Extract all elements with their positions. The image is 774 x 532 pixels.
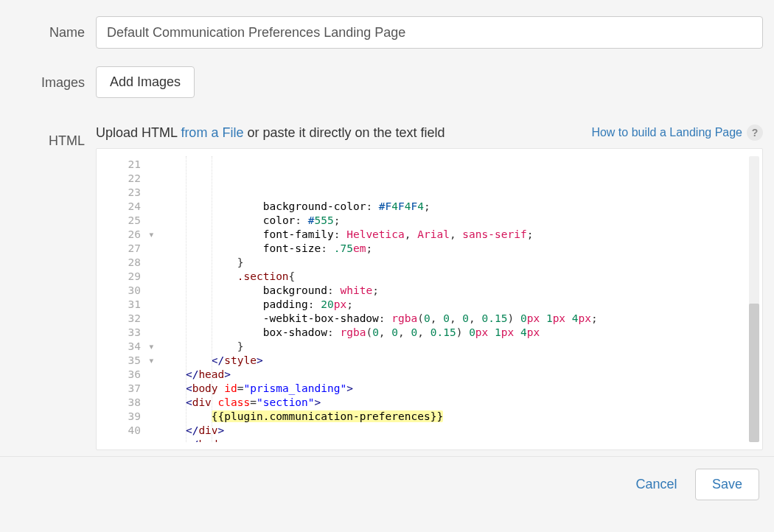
save-button[interactable]: Save xyxy=(695,469,759,500)
upload-suffix: or paste it directly on the text field xyxy=(243,125,444,140)
editor-fold-gutter: ▾▾▾ xyxy=(148,156,160,442)
name-label: Name xyxy=(11,16,96,41)
help-icon[interactable]: ? xyxy=(747,125,763,141)
name-input[interactable] xyxy=(96,16,763,49)
upload-prefix: Upload HTML xyxy=(96,125,181,140)
images-label: Images xyxy=(11,66,96,91)
editor-scrollbar[interactable] xyxy=(749,156,759,442)
help-link-text: How to build a Landing Page xyxy=(591,126,742,139)
editor-code-area[interactable]: background-color: #F4F4F4; color: #555; … xyxy=(160,156,762,442)
add-images-button[interactable]: Add Images xyxy=(96,66,195,98)
editor-gutter: 2122232425262728293031323334353637383940 xyxy=(97,156,148,442)
html-code-editor[interactable]: 2122232425262728293031323334353637383940… xyxy=(96,148,763,450)
cancel-button[interactable]: Cancel xyxy=(625,469,687,500)
editor-scrollbar-thumb[interactable] xyxy=(749,304,759,442)
footer: Cancel Save xyxy=(0,456,774,512)
html-label: HTML xyxy=(11,125,96,149)
upload-from-file-link[interactable]: from a File xyxy=(181,125,243,140)
upload-html-text: Upload HTML from a File or paste it dire… xyxy=(96,125,445,141)
help-landing-page-link[interactable]: How to build a Landing Page ? xyxy=(591,125,763,141)
